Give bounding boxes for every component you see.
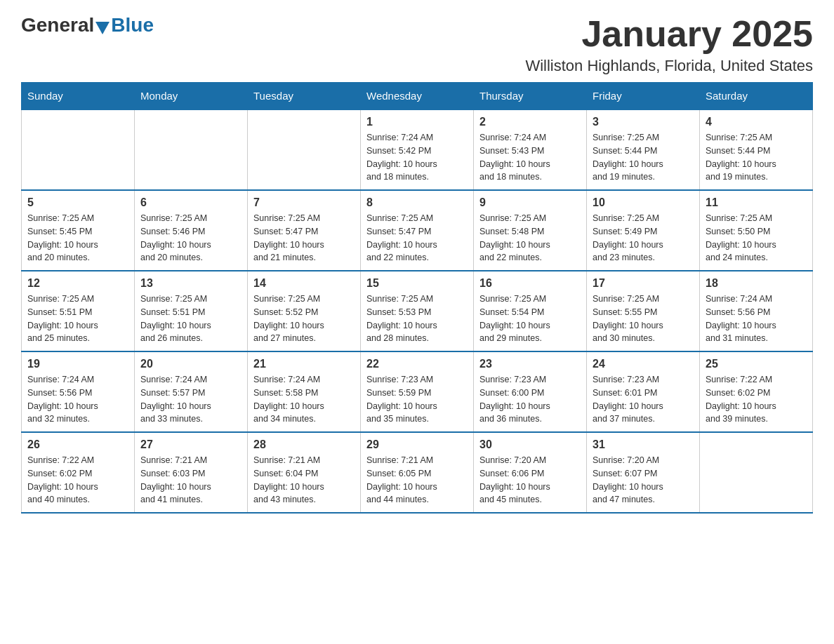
day-number: 25	[706, 358, 807, 370]
logo-general-text: General	[21, 14, 94, 36]
calendar-table: SundayMondayTuesdayWednesdayThursdayFrid…	[21, 82, 813, 514]
calendar-day-17: 17Sunrise: 7:25 AMSunset: 5:55 PMDayligh…	[587, 271, 700, 351]
day-number: 13	[140, 277, 241, 290]
calendar-day-25: 25Sunrise: 7:22 AMSunset: 6:02 PMDayligh…	[700, 351, 813, 432]
day-info: Sunrise: 7:24 AMSunset: 5:42 PMDaylight:…	[366, 131, 468, 184]
calendar-week-row: 19Sunrise: 7:24 AMSunset: 5:56 PMDayligh…	[22, 351, 813, 432]
location-title: Williston Highlands, Florida, United Sta…	[525, 57, 813, 75]
day-number: 19	[27, 358, 128, 370]
day-info: Sunrise: 7:25 AMSunset: 5:55 PMDaylight:…	[593, 293, 694, 345]
calendar-day-20: 20Sunrise: 7:24 AMSunset: 5:57 PMDayligh…	[135, 351, 248, 432]
day-info: Sunrise: 7:25 AMSunset: 5:54 PMDaylight:…	[479, 293, 581, 345]
day-number: 3	[593, 116, 694, 128]
calendar-week-row: 5Sunrise: 7:25 AMSunset: 5:45 PMDaylight…	[22, 190, 813, 271]
day-number: 21	[253, 358, 355, 370]
logo: General Blue	[21, 14, 154, 36]
calendar-day-7: 7Sunrise: 7:25 AMSunset: 5:47 PMDaylight…	[248, 190, 361, 271]
day-info: Sunrise: 7:25 AMSunset: 5:51 PMDaylight:…	[27, 293, 128, 345]
calendar-day-14: 14Sunrise: 7:25 AMSunset: 5:52 PMDayligh…	[248, 271, 361, 351]
day-info: Sunrise: 7:25 AMSunset: 5:45 PMDaylight:…	[27, 212, 128, 264]
day-info: Sunrise: 7:24 AMSunset: 5:56 PMDaylight:…	[27, 373, 128, 426]
day-number: 7	[253, 196, 355, 209]
calendar-day-29: 29Sunrise: 7:21 AMSunset: 6:05 PMDayligh…	[361, 432, 474, 513]
day-number: 17	[593, 277, 694, 290]
day-number: 31	[593, 438, 694, 451]
calendar-header-saturday: Saturday	[700, 83, 813, 110]
day-number: 4	[706, 116, 807, 128]
day-number: 15	[366, 277, 468, 290]
calendar-day-1: 1Sunrise: 7:24 AMSunset: 5:42 PMDaylight…	[361, 109, 474, 190]
day-info: Sunrise: 7:25 AMSunset: 5:44 PMDaylight:…	[593, 131, 694, 184]
logo-blue-text: Blue	[111, 14, 154, 36]
logo-triangle-icon	[95, 22, 110, 34]
day-info: Sunrise: 7:25 AMSunset: 5:47 PMDaylight:…	[253, 212, 355, 264]
day-number: 29	[366, 438, 468, 451]
calendar-header-row: SundayMondayTuesdayWednesdayThursdayFrid…	[22, 83, 813, 110]
calendar-day-6: 6Sunrise: 7:25 AMSunset: 5:46 PMDaylight…	[135, 190, 248, 271]
day-info: Sunrise: 7:24 AMSunset: 5:57 PMDaylight:…	[140, 373, 241, 426]
day-info: Sunrise: 7:25 AMSunset: 5:47 PMDaylight:…	[366, 212, 468, 264]
day-info: Sunrise: 7:25 AMSunset: 5:49 PMDaylight:…	[593, 212, 694, 264]
calendar-day-8: 8Sunrise: 7:25 AMSunset: 5:47 PMDaylight…	[361, 190, 474, 271]
calendar-week-row: 26Sunrise: 7:22 AMSunset: 6:02 PMDayligh…	[22, 432, 813, 513]
calendar-day-4: 4Sunrise: 7:25 AMSunset: 5:44 PMDaylight…	[700, 109, 813, 190]
day-info: Sunrise: 7:20 AMSunset: 6:07 PMDaylight:…	[593, 454, 694, 507]
day-info: Sunrise: 7:25 AMSunset: 5:46 PMDaylight:…	[140, 212, 241, 264]
day-info: Sunrise: 7:21 AMSunset: 6:04 PMDaylight:…	[253, 454, 355, 507]
day-number: 16	[479, 277, 581, 290]
day-info: Sunrise: 7:22 AMSunset: 6:02 PMDaylight:…	[706, 373, 807, 426]
calendar-day-13: 13Sunrise: 7:25 AMSunset: 5:51 PMDayligh…	[135, 271, 248, 351]
calendar-day-15: 15Sunrise: 7:25 AMSunset: 5:53 PMDayligh…	[361, 271, 474, 351]
page-header: General Blue January 2025 Williston High…	[21, 14, 813, 75]
day-number: 10	[593, 196, 694, 209]
calendar-header-friday: Friday	[587, 83, 700, 110]
calendar-day-9: 9Sunrise: 7:25 AMSunset: 5:48 PMDaylight…	[474, 190, 587, 271]
day-info: Sunrise: 7:24 AMSunset: 5:58 PMDaylight:…	[253, 373, 355, 426]
day-info: Sunrise: 7:25 AMSunset: 5:53 PMDaylight:…	[366, 293, 468, 345]
day-number: 18	[706, 277, 807, 290]
day-number: 14	[253, 277, 355, 290]
calendar-day-18: 18Sunrise: 7:24 AMSunset: 5:56 PMDayligh…	[700, 271, 813, 351]
calendar-empty-cell	[700, 432, 813, 513]
day-number: 12	[27, 277, 128, 290]
day-info: Sunrise: 7:22 AMSunset: 6:02 PMDaylight:…	[27, 454, 128, 507]
calendar-header-thursday: Thursday	[474, 83, 587, 110]
day-number: 2	[479, 116, 581, 128]
calendar-day-30: 30Sunrise: 7:20 AMSunset: 6:06 PMDayligh…	[474, 432, 587, 513]
day-info: Sunrise: 7:20 AMSunset: 6:06 PMDaylight:…	[479, 454, 581, 507]
day-number: 26	[27, 438, 128, 451]
calendar-day-3: 3Sunrise: 7:25 AMSunset: 5:44 PMDaylight…	[587, 109, 700, 190]
day-info: Sunrise: 7:23 AMSunset: 5:59 PMDaylight:…	[366, 373, 468, 426]
calendar-day-31: 31Sunrise: 7:20 AMSunset: 6:07 PMDayligh…	[587, 432, 700, 513]
day-info: Sunrise: 7:25 AMSunset: 5:52 PMDaylight:…	[253, 293, 355, 345]
day-info: Sunrise: 7:24 AMSunset: 5:56 PMDaylight:…	[706, 293, 807, 345]
calendar-week-row: 1Sunrise: 7:24 AMSunset: 5:42 PMDaylight…	[22, 109, 813, 190]
day-number: 27	[140, 438, 241, 451]
calendar-day-10: 10Sunrise: 7:25 AMSunset: 5:49 PMDayligh…	[587, 190, 700, 271]
calendar-day-11: 11Sunrise: 7:25 AMSunset: 5:50 PMDayligh…	[700, 190, 813, 271]
calendar-day-19: 19Sunrise: 7:24 AMSunset: 5:56 PMDayligh…	[22, 351, 135, 432]
day-number: 9	[479, 196, 581, 209]
calendar-day-21: 21Sunrise: 7:24 AMSunset: 5:58 PMDayligh…	[248, 351, 361, 432]
day-number: 8	[366, 196, 468, 209]
calendar-header-wednesday: Wednesday	[361, 83, 474, 110]
day-info: Sunrise: 7:24 AMSunset: 5:43 PMDaylight:…	[479, 131, 581, 184]
calendar-day-28: 28Sunrise: 7:21 AMSunset: 6:04 PMDayligh…	[248, 432, 361, 513]
calendar-day-5: 5Sunrise: 7:25 AMSunset: 5:45 PMDaylight…	[22, 190, 135, 271]
day-number: 11	[706, 196, 807, 209]
calendar-header-tuesday: Tuesday	[248, 83, 361, 110]
day-number: 22	[366, 358, 468, 370]
calendar-header-sunday: Sunday	[22, 83, 135, 110]
calendar-day-23: 23Sunrise: 7:23 AMSunset: 6:00 PMDayligh…	[474, 351, 587, 432]
day-info: Sunrise: 7:21 AMSunset: 6:05 PMDaylight:…	[366, 454, 468, 507]
day-info: Sunrise: 7:25 AMSunset: 5:48 PMDaylight:…	[479, 212, 581, 264]
day-number: 24	[593, 358, 694, 370]
day-number: 23	[479, 358, 581, 370]
day-info: Sunrise: 7:23 AMSunset: 6:01 PMDaylight:…	[593, 373, 694, 426]
day-number: 28	[253, 438, 355, 451]
day-info: Sunrise: 7:23 AMSunset: 6:00 PMDaylight:…	[479, 373, 581, 426]
calendar-empty-cell	[135, 109, 248, 190]
calendar-header-monday: Monday	[135, 83, 248, 110]
calendar-week-row: 12Sunrise: 7:25 AMSunset: 5:51 PMDayligh…	[22, 271, 813, 351]
calendar-day-22: 22Sunrise: 7:23 AMSunset: 5:59 PMDayligh…	[361, 351, 474, 432]
